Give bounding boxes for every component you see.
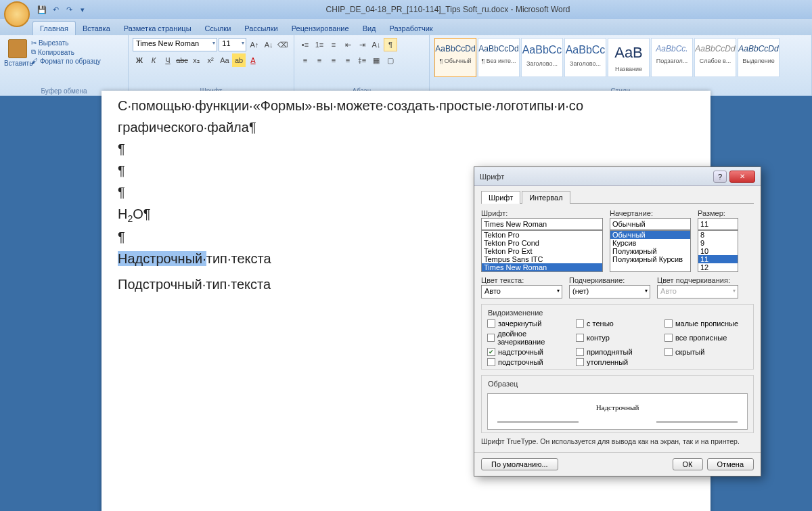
list-item[interactable]: 12 — [698, 263, 738, 271]
tab-insert[interactable]: Вставка — [76, 22, 117, 35]
checkbox-надстрочный[interactable]: ✔надстрочный — [487, 348, 570, 356]
justify-button[interactable]: ≡ — [341, 53, 355, 67]
style-item[interactable]: AaBbCcDdВыделение — [738, 38, 780, 77]
style-item[interactable]: AaBbCcЗаголово... — [521, 38, 563, 77]
font-list[interactable]: Tekton ProTekton Pro CondTekton Pro ExtT… — [481, 230, 603, 272]
tab-layout[interactable]: Разметка страницы — [117, 22, 198, 35]
strike-button[interactable]: abc — [175, 53, 189, 67]
highlight-button[interactable]: ab — [232, 53, 246, 67]
multilevel-button[interactable]: ≡ — [327, 38, 340, 51]
list-item[interactable]: Tekton Pro Ext — [482, 247, 602, 255]
qat-dropdown-icon[interactable]: ▾ — [77, 4, 88, 15]
checkbox-зачеркнутый[interactable]: зачеркнутый — [487, 319, 570, 328]
show-marks-button[interactable]: ¶ — [384, 38, 397, 51]
change-case-button[interactable]: Aa — [218, 53, 231, 67]
help-icon[interactable]: ? — [713, 171, 727, 183]
label-color: Цвет текста: — [481, 276, 562, 284]
sort-button[interactable]: A↓ — [369, 38, 383, 51]
format-painter-button[interactable]: 🖌Формат по образцу — [31, 58, 101, 65]
grow-font-icon[interactable]: A↑ — [248, 38, 261, 51]
bullets-button[interactable]: •≡ — [298, 38, 312, 51]
style-item[interactable]: AaBbCcЗаголово... — [564, 38, 606, 77]
style-item[interactable]: AaBbCcDd¶ Без инте... — [478, 38, 520, 77]
dialog-tab-font[interactable]: Шрифт — [481, 191, 520, 204]
undo-icon[interactable]: ↶ — [50, 4, 61, 15]
style-item[interactable]: AaBbCc.Подзагол... — [651, 38, 693, 77]
list-item[interactable]: 8 — [698, 231, 738, 239]
tab-review[interactable]: Рецензирование — [285, 22, 356, 35]
checkbox-малые-прописные[interactable]: малые прописные — [664, 319, 748, 328]
font-style-input[interactable] — [610, 218, 691, 230]
font-color-select[interactable]: Авто — [481, 285, 562, 298]
font-name-input[interactable] — [481, 218, 603, 230]
checkbox-с-тенью[interactable]: с тенью — [576, 319, 659, 328]
font-color-button[interactable]: A — [246, 53, 260, 67]
cancel-button[interactable]: Отмена — [707, 458, 754, 470]
close-icon[interactable]: ✕ — [729, 171, 755, 183]
align-right-button[interactable]: ≡ — [327, 53, 340, 67]
copy-icon: ⧉ — [31, 48, 36, 56]
font-dialog: Шрифт ? ✕ Шрифт Интервал Шрифт: Tekton P… — [474, 166, 761, 476]
copy-button[interactable]: ⧉Копировать — [31, 48, 101, 56]
list-item[interactable]: 9 — [698, 239, 738, 247]
checkbox-приподнятый[interactable]: приподнятый — [576, 348, 659, 356]
style-item[interactable]: AaBНазвание — [608, 38, 650, 77]
align-center-button[interactable]: ≡ — [313, 53, 326, 67]
indent-button[interactable]: ⇥ — [355, 38, 369, 51]
list-item[interactable]: 10 — [698, 247, 738, 255]
clear-format-icon[interactable]: ⌫ — [277, 38, 290, 51]
brush-icon: 🖌 — [31, 58, 38, 65]
tab-home[interactable]: Главная — [32, 21, 76, 35]
list-item[interactable]: Tekton Pro — [482, 231, 602, 239]
group-font: Times New Roman 11 A↑ A↓ ⌫ Ж К Ч abc x₂ … — [129, 35, 294, 95]
list-item[interactable]: Полужирный — [610, 247, 690, 255]
list-item[interactable]: Полужирный Курсив — [610, 255, 690, 263]
shading-button[interactable]: ▦ — [369, 53, 383, 67]
list-item[interactable]: Tempus Sans ITC — [482, 255, 602, 263]
checkbox-все-прописные[interactable]: все прописные — [664, 330, 748, 346]
tab-references[interactable]: Ссылки — [198, 22, 238, 35]
outdent-button[interactable]: ⇤ — [341, 38, 355, 51]
borders-button[interactable]: ▢ — [384, 53, 397, 67]
save-icon[interactable]: 💾 — [37, 4, 47, 15]
italic-button[interactable]: К — [147, 53, 160, 67]
bold-button[interactable]: Ж — [133, 53, 146, 67]
size-list[interactable]: 89101112 — [698, 230, 738, 272]
checkbox-утопленный[interactable]: утопленный — [576, 358, 659, 366]
subscript-button[interactable]: x₂ — [189, 53, 203, 67]
list-item[interactable]: Обычный — [610, 231, 690, 239]
font-size-input[interactable] — [698, 218, 738, 230]
superscript-button[interactable]: x² — [204, 53, 217, 67]
redo-icon[interactable]: ↷ — [64, 4, 74, 15]
style-item[interactable]: AaBbCcDd¶ Обычный — [434, 38, 476, 77]
style-item[interactable]: AaBbCcDdСлабое в... — [694, 38, 736, 77]
align-left-button[interactable]: ≡ — [298, 53, 312, 67]
style-list[interactable]: ОбычныйКурсивПолужирныйПолужирный Курсив — [610, 230, 691, 272]
tab-developer[interactable]: Разработчик — [383, 22, 440, 35]
font-size-combo[interactable]: 11 — [219, 38, 246, 51]
font-name-combo[interactable]: Times New Roman — [133, 38, 217, 51]
checkbox-скрытый[interactable]: скрытый — [664, 348, 748, 356]
paste-button[interactable]: Вставить — [4, 37, 31, 67]
checkbox-контур[interactable]: контур — [576, 330, 659, 346]
label-size: Размер: — [698, 209, 738, 217]
tab-mailings[interactable]: Рассылки — [238, 22, 284, 35]
checkbox-двойное-зачеркивание[interactable]: двойное зачеркивание — [487, 330, 570, 346]
office-button[interactable] — [4, 1, 30, 27]
underline-select[interactable]: (нет) — [569, 285, 650, 298]
shrink-font-icon[interactable]: A↓ — [263, 38, 275, 51]
list-item[interactable]: Tekton Pro Cond — [482, 239, 602, 247]
list-item[interactable]: 11 — [698, 255, 738, 263]
underline-button[interactable]: Ч — [161, 53, 175, 67]
numbering-button[interactable]: 1≡ — [313, 38, 326, 51]
checkbox-подстрочный[interactable]: подстрочный — [487, 358, 570, 366]
dialog-tab-spacing[interactable]: Интервал — [522, 191, 570, 204]
tab-view[interactable]: Вид — [356, 22, 383, 35]
cut-button[interactable]: ✂Вырезать — [31, 39, 101, 47]
label-underline: Подчеркивание: — [569, 276, 650, 284]
ok-button[interactable]: ОК — [673, 458, 703, 470]
default-button[interactable]: По умолчанию... — [481, 458, 558, 470]
line-spacing-button[interactable]: ‡≡ — [355, 53, 369, 67]
list-item[interactable]: Курсив — [610, 239, 690, 247]
list-item[interactable]: Times New Roman — [482, 263, 602, 271]
